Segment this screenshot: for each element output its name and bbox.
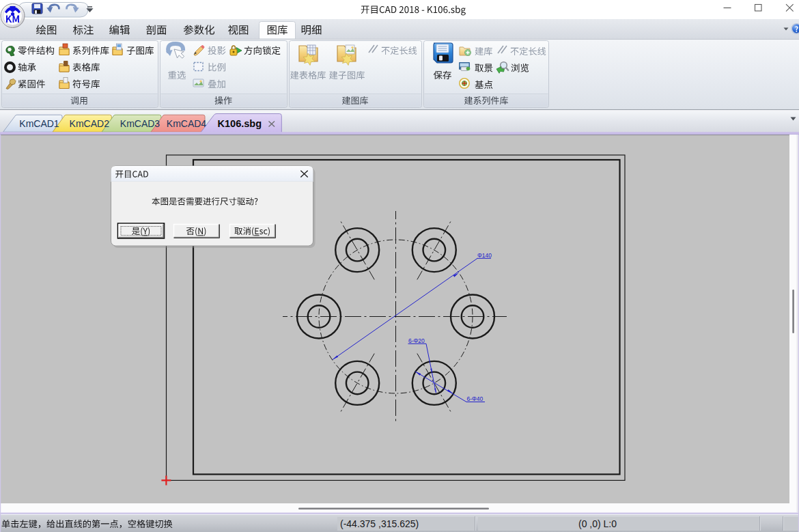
svg-text:Φ140: Φ140 — [477, 252, 492, 259]
svg-text:KmCAD4: KmCAD4 — [167, 118, 207, 129]
svg-text:(-44.375 ,315.625): (-44.375 ,315.625) — [340, 518, 419, 529]
svg-text:(0 ,0) L:0: (0 ,0) L:0 — [578, 518, 617, 529]
svg-text:KmCAD2: KmCAD2 — [70, 118, 110, 129]
svg-text:KmCAD3: KmCAD3 — [120, 118, 160, 129]
svg-text:K106.sbg: K106.sbg — [218, 118, 262, 129]
svg-text:6-Φ20: 6-Φ20 — [408, 337, 425, 344]
svg-text:6-Φ40: 6-Φ40 — [467, 395, 483, 402]
svg-text:KmCAD1: KmCAD1 — [19, 118, 59, 129]
